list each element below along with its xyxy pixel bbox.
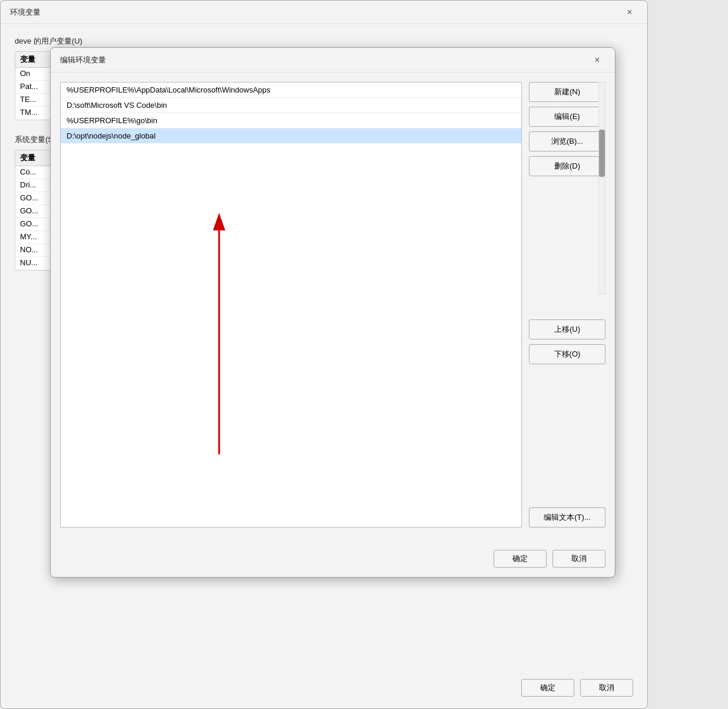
delete-button[interactable]: 删除(D) xyxy=(529,156,605,176)
move-down-button[interactable]: 下移(O) xyxy=(529,344,605,364)
list-item[interactable]: D:\soft\Microsoft VS Code\bin xyxy=(61,98,521,113)
bg-window-title: 环境变量 xyxy=(10,7,41,18)
bg-ok-button[interactable]: 确定 xyxy=(521,679,574,697)
edit-env-variable-dialog: 编辑环境变量 × %USERPROFILE%\AppData\Local\Mic… xyxy=(50,47,616,578)
browse-button[interactable]: 浏览(B)... xyxy=(529,131,605,151)
list-item[interactable]: %USERPROFILE%\AppData\Local\Microsoft\Wi… xyxy=(61,83,521,98)
list-item[interactable]: D:\opt\nodejs\node_global xyxy=(61,128,521,143)
bg-close-button[interactable]: × xyxy=(621,4,638,21)
scrollbar[interactable] xyxy=(598,82,605,294)
edit-text-button[interactable]: 编辑文本(T)... xyxy=(529,507,605,527)
bg-cancel-button[interactable]: 取消 xyxy=(580,679,633,697)
list-item[interactable]: %USERPROFILE%\go\bin xyxy=(61,113,521,128)
scrollbar-thumb[interactable] xyxy=(599,130,605,177)
fg-footer: 确定 取消 xyxy=(494,550,605,568)
fg-cancel-button[interactable]: 取消 xyxy=(552,550,605,568)
bg-titlebar: 环境变量 × xyxy=(1,1,647,24)
fg-dialog-body: %USERPROFILE%\AppData\Local\Microsoft\Wi… xyxy=(51,72,615,537)
fg-dialog-title: 编辑环境变量 xyxy=(60,55,106,65)
bg-footer: 确定 取消 xyxy=(521,679,633,697)
fg-ok-button[interactable]: 确定 xyxy=(494,550,547,568)
path-action-buttons: 新建(N) 编辑(E) 浏览(B)... 删除(D) 上移(U) 下移(O) 编… xyxy=(529,82,605,527)
fg-titlebar: 编辑环境变量 × xyxy=(51,48,615,72)
user-section-label: deve 的用户变量(U) xyxy=(15,36,633,47)
edit-button[interactable]: 编辑(E) xyxy=(529,107,605,127)
fg-close-button[interactable]: × xyxy=(589,52,605,68)
path-list[interactable]: %USERPROFILE%\AppData\Local\Microsoft\Wi… xyxy=(60,82,522,527)
new-button[interactable]: 新建(N) xyxy=(529,82,605,102)
move-up-button[interactable]: 上移(U) xyxy=(529,319,605,339)
